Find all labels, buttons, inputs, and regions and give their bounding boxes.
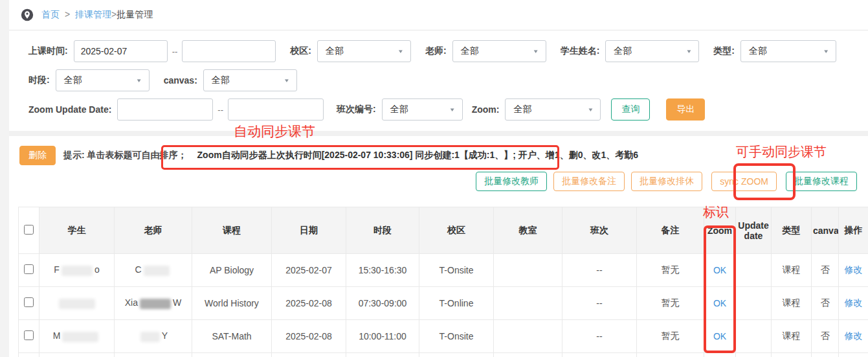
student-name-select[interactable]: 全部 ▼ [605,40,699,62]
header-zoom[interactable]: Zoom [704,207,736,254]
header-teacher[interactable]: 老师 [115,207,192,254]
edit-link[interactable]: 修改 [844,264,863,277]
table-row: Fo C AP Biology 2025-02-07 15:30-16:30 T… [19,254,868,287]
header-time[interactable]: 时段 [346,207,419,254]
schedule-table: 学生 老师 课程 日期 时段 校区 教室 班次 备注 Zoom Update d… [18,207,868,357]
teacher-select[interactable]: 全部 ▼ [452,40,546,62]
class-time-end-input[interactable] [182,40,276,62]
remark-cell: 暂无 [637,254,704,287]
header-action[interactable]: 操作 [839,207,868,254]
zoom-ok-link[interactable]: OK [713,298,726,308]
header-classroom[interactable]: 教室 [494,207,562,254]
breadcrumb-home-link[interactable]: 首页 [41,9,60,19]
table-header-row: 学生 老师 课程 日期 时段 校区 教室 班次 备注 Zoom Update d… [19,207,868,254]
filter-row-1: 上课时间: -- 校区: 全部 ▼ 老师: 全部 ▼ 学生姓名: 全部 ▼ [19,40,868,62]
canvas-label: canvas: [164,75,197,86]
update-date-cell [736,320,772,353]
row-checkbox[interactable] [24,330,34,340]
select-all-cell [19,207,39,254]
edit-link[interactable]: 修改 [844,330,863,343]
sync-zoom-button[interactable]: sync ZOOM [711,172,777,191]
student-name-fragment: M [53,330,61,341]
redacted-name-block [62,332,98,342]
zoom-ok-link[interactable]: OK [713,265,726,275]
period-label: 时段: [28,75,50,86]
date-cell: 2025-02-08 [272,287,346,320]
update-date-cell [736,287,772,320]
breadcrumb-current: 批量管理 [117,9,153,19]
zoom-update-start-input[interactable] [117,98,213,121]
period-select-value: 全部 [64,75,82,86]
class-no-cell: -- [562,320,637,353]
time-cell: 10:00-11:00 [346,320,419,353]
header-remark[interactable]: 备注 [637,207,704,254]
date-cell: 2025-02-08 [272,320,346,353]
action-cell: 修改 [839,320,868,353]
teacher-label: 老师: [425,45,447,57]
student-name-label: 学生姓名: [561,45,600,57]
action-cell: 修改 [839,254,868,287]
zoom-status-cell: OK [704,320,736,353]
zoom-update-end-input[interactable] [228,98,324,121]
student-name-fragment: o [95,264,100,275]
chevron-down-icon: ▼ [397,49,404,54]
type-cell: 课程 [772,320,812,353]
breadcrumb-parent-link[interactable]: 排课管理 [75,9,111,19]
header-date[interactable]: 日期 [272,207,346,254]
breadcrumb-bar: 首页 > 排课管理>批量管理 [9,0,868,30]
export-button[interactable]: 导出 [666,98,705,121]
zoom-select-value: 全部 [513,104,531,115]
range-dash: -- [172,47,178,56]
filter-row-3: Zoom Update Date: -- 班次编号: 全部 ▼ Zoom: 全部… [19,98,868,121]
row-checkbox[interactable] [24,297,34,307]
canvas-select-value: 全部 [212,75,230,86]
header-class-no[interactable]: 班次 [562,207,637,254]
class-no-select[interactable]: 全部 ▼ [382,98,463,121]
batch-actions-row: 批量修改教师 批量修改备注 批量修改排休 sync ZOOM 批量修改课程 [9,165,868,191]
course-cell: SAT-Math [192,320,272,353]
canvas-select[interactable]: 全部 ▼ [203,69,297,91]
type-cell: 课程 [772,254,812,287]
zoom-update-date-label: Zoom Update Date: [28,104,111,115]
date-cell: 2025-02-07 [272,254,346,287]
batch-edit-remark-button[interactable]: 批量修改备注 [553,172,625,191]
table-row: M Y SAT-Math 2025-02-08 10:00-11:00 T-On… [19,320,868,353]
query-button[interactable]: 查询 [611,98,650,121]
header-student[interactable]: 学生 [39,207,115,254]
class-time-start-input[interactable] [74,40,168,62]
batch-edit-teacher-button[interactable]: 批量修改教师 [476,172,547,191]
row-select-cell [19,254,39,287]
table-row: XiaW World History 2025-02-08 07:30-09:0… [19,287,868,320]
header-canvas[interactable]: canvas [812,207,839,254]
classroom-cell [494,320,562,353]
redacted-name-block [140,299,171,309]
zoom-ok-link[interactable]: OK [713,331,726,341]
zoom-select[interactable]: 全部 ▼ [505,98,601,121]
period-select[interactable]: 全部 ▼ [56,69,150,91]
notice-row: 删除 提示: 单击表标题可自由排序； Zoom自动同步器上次执行时间[2025-… [9,136,868,165]
student-name-select-value: 全部 [614,45,632,57]
delete-button[interactable]: 删除 [19,146,56,165]
type-select-value: 全部 [749,45,767,57]
header-update-date[interactable]: Update date [736,207,772,254]
teacher-cell: XiaW [115,287,192,320]
header-type[interactable]: 类型 [772,207,812,254]
class-no-select-value: 全部 [390,104,408,115]
remark-cell: 暂无 [637,320,704,353]
course-cell: AP Biology [192,254,272,287]
batch-edit-course-button[interactable]: 批量修改课程 [786,172,857,191]
header-course[interactable]: 课程 [192,207,272,254]
breadcrumb-separator: > [65,9,70,19]
class-no-cell: -- [562,254,637,287]
edit-link[interactable]: 修改 [844,297,863,310]
batch-edit-rest-button[interactable]: 批量修改排休 [631,172,702,191]
range-dash: -- [217,105,223,115]
chevron-down-icon: ▼ [136,78,142,84]
header-campus[interactable]: 校区 [419,207,494,254]
campus-select[interactable]: 全部 ▼ [317,40,411,62]
canvas-cell: 否 [812,287,839,320]
chevron-down-icon: ▼ [685,49,692,54]
row-checkbox[interactable] [24,264,34,274]
type-select[interactable]: 全部 ▼ [740,40,836,62]
select-all-checkbox[interactable] [24,225,34,235]
